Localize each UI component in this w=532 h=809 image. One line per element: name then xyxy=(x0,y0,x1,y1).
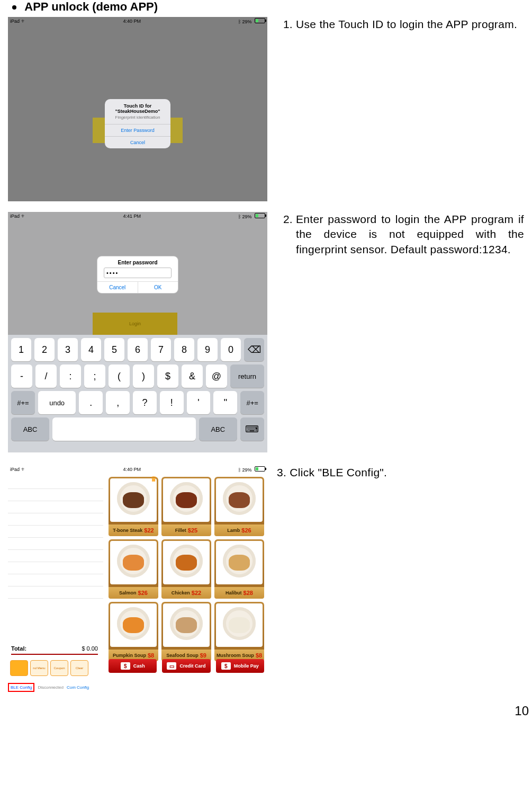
bullet-icon xyxy=(12,5,16,10)
key-.[interactable]: . xyxy=(79,391,103,414)
item-name: Halibut xyxy=(226,590,242,595)
key-8[interactable]: 8 xyxy=(174,338,194,361)
step-number: 1. xyxy=(277,17,296,32)
key-6[interactable]: 6 xyxy=(128,338,148,361)
toolbar-button[interactable]: nd Menu xyxy=(30,660,48,676)
item-name: T-bone Steak xyxy=(113,528,142,533)
key-7[interactable]: 7 xyxy=(151,338,171,361)
key-$[interactable]: $ xyxy=(157,365,178,388)
pay-button[interactable]: ▭Credit Card xyxy=(162,659,210,673)
key-![interactable]: ! xyxy=(160,391,184,414)
item-price: $26 xyxy=(241,527,251,534)
password-input[interactable]: •••• xyxy=(104,268,172,278)
hide-keyboard-key[interactable]: ⌨ xyxy=(240,417,264,441)
key-ABC[interactable]: ABC xyxy=(11,417,49,441)
password-title: Enter password xyxy=(97,256,178,268)
status-left: iPad ᯤ xyxy=(10,467,26,472)
key-0[interactable]: 0 xyxy=(221,338,241,361)
status-left: iPad ᯤ xyxy=(10,214,26,219)
key-'[interactable]: ' xyxy=(187,391,211,414)
key-ABC[interactable]: ABC xyxy=(199,417,237,441)
heading-text: APP unlock (demo APP) xyxy=(24,0,158,13)
key-,[interactable]: , xyxy=(106,391,130,414)
ble-config-button[interactable]: BLE Config xyxy=(8,683,34,692)
order-list-panel: Total: $ 0.00 nd MenuCouponClear BLE Con… xyxy=(8,477,103,699)
key-?[interactable]: ? xyxy=(133,391,157,414)
enter-password-button[interactable]: Enter Password xyxy=(105,124,170,136)
pay-icon: $ xyxy=(121,662,130,670)
item-price: $22 xyxy=(192,590,201,596)
menu-item[interactable]: Chicken $22 xyxy=(161,539,211,599)
pay-button[interactable]: $Cash xyxy=(109,659,157,673)
menu-item[interactable]: Halibut $28 xyxy=(214,539,264,599)
item-price: $26 xyxy=(138,590,148,596)
key-1[interactable]: 1 xyxy=(11,338,31,361)
backspace-key[interactable]: ⌫ xyxy=(244,338,264,361)
key-@[interactable]: @ xyxy=(206,365,227,388)
total-amount: $ 0.00 xyxy=(82,645,98,652)
menu-item[interactable]: Mushroom Soup $8 xyxy=(214,602,264,661)
return-key[interactable]: return xyxy=(230,365,264,388)
pay-label: Credit Card xyxy=(179,663,205,669)
menu-item[interactable]: Seafood Soup $9 xyxy=(161,602,211,661)
key-&[interactable]: & xyxy=(182,365,203,388)
key-:[interactable]: : xyxy=(60,365,81,388)
undo-key[interactable]: undo xyxy=(38,391,76,414)
key-#+=[interactable]: #+= xyxy=(11,391,35,414)
step-text: 3. Click "BLE Config". xyxy=(277,465,524,480)
key-;[interactable]: ; xyxy=(84,365,105,388)
pay-icon: $ xyxy=(221,662,231,670)
item-name: Seafood Soup xyxy=(166,653,199,658)
keyboard: 1234567890⌫ -/:;()$&@return #+=undo.,?!'… xyxy=(8,335,267,452)
password-dialog: Enter password •••• Cancel OK xyxy=(97,256,178,293)
item-price: $28 xyxy=(244,590,253,596)
menu-item[interactable]: Pumpkin Soup $8 xyxy=(109,602,158,661)
key-2[interactable]: 2 xyxy=(34,338,55,361)
menu-item[interactable]: Fillet $25 xyxy=(161,477,211,536)
toolbar-button[interactable] xyxy=(10,660,28,676)
screenshot-password-keyboard: iPad ᯤ 4:41 PM ᛒ 29% Login Enter passwor… xyxy=(8,212,267,452)
item-name: Salmon xyxy=(119,590,137,595)
key-/[interactable]: / xyxy=(35,365,57,388)
key-9[interactable]: 9 xyxy=(197,338,218,361)
pay-button[interactable]: $Mobile Pay xyxy=(216,659,264,673)
password-ok-button[interactable]: OK xyxy=(138,282,178,293)
item-price: $8 xyxy=(256,652,262,659)
step-text: Use the Touch ID to login the APP progra… xyxy=(296,17,524,32)
dialog-subtitle: Fingerprint identification xyxy=(105,114,170,124)
touch-id-dialog: Touch ID for "SteakHouseDemo" Fingerprin… xyxy=(105,99,170,148)
dialog-title: Touch ID for "SteakHouseDemo" xyxy=(105,99,170,114)
key-5[interactable]: 5 xyxy=(104,338,124,361)
page-number: 10 xyxy=(515,704,529,718)
login-button[interactable]: Login xyxy=(93,313,177,335)
pay-label: Mobile Pay xyxy=(234,663,259,669)
menu-item[interactable]: ♛T-bone Steak $22 xyxy=(109,477,158,536)
key-([interactable]: ( xyxy=(109,365,130,388)
item-name: Fillet xyxy=(175,528,186,533)
section-heading: APP unlock (demo APP) xyxy=(8,0,524,14)
menu-item[interactable]: Salmon $26 xyxy=(109,539,158,599)
menu-item[interactable]: Lamb $26 xyxy=(214,477,264,536)
com-config-button[interactable]: Com Config xyxy=(67,685,89,690)
connection-status: Disconnected xyxy=(38,685,63,690)
screenshot-touch-id: iPad ᯤ 4:40 PM ᛒ 29% Touch ID for "Steak… xyxy=(8,17,267,201)
toolbar-button[interactable]: Coupon xyxy=(50,660,68,676)
status-right: ᛒ 29% xyxy=(238,18,265,24)
password-cancel-button[interactable]: Cancel xyxy=(97,282,138,293)
key-4[interactable]: 4 xyxy=(81,338,101,361)
key-)[interactable]: ) xyxy=(133,365,154,388)
key--[interactable]: - xyxy=(11,365,32,388)
screenshot-menu-app: iPad ᯤ 4:40 PM ᛒ 29% Total: $ 0.0 xyxy=(8,465,267,699)
item-price: $9 xyxy=(200,652,206,659)
key-"[interactable]: " xyxy=(213,391,237,414)
key-#+=[interactable]: #+= xyxy=(240,391,264,414)
cancel-button[interactable]: Cancel xyxy=(105,136,170,148)
space-key[interactable] xyxy=(52,417,196,441)
item-price: $8 xyxy=(148,652,154,659)
status-time: 4:40 PM xyxy=(123,19,141,24)
status-time: 4:41 PM xyxy=(123,214,141,219)
status-right: ᛒ 29% xyxy=(238,213,265,219)
toolbar-button[interactable]: Clear xyxy=(70,660,88,676)
status-time: 4:40 PM xyxy=(123,467,141,472)
key-3[interactable]: 3 xyxy=(58,338,78,361)
